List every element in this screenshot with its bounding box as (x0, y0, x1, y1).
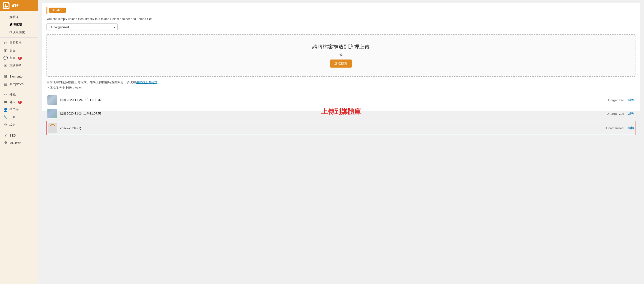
sidebar-item-mc4wp[interactable]: ⚙ MC4WP (0, 139, 38, 146)
seo-icon: Y (3, 134, 8, 137)
file-folder: Unorganized (606, 98, 624, 102)
sidebar-header[interactable]: 媒體 (0, 0, 38, 12)
settings-icon: ⚙ (3, 123, 8, 127)
sidebar-item-label: MC4WP (10, 141, 21, 144)
file-folder: Unorganized (606, 112, 624, 116)
file-list-container: 截圖 2020-11-24 上午11.03.32 Unorganized 編輯 … (46, 94, 636, 107)
main-content: DISMISS You can simply upload files dire… (38, 0, 644, 284)
file-name: 截圖 2020-11-24 上午11.03.32 (60, 98, 604, 102)
appearance-icon: ✏ (3, 92, 8, 97)
users-icon: 👤 (3, 108, 8, 112)
sidebar-item-media-library[interactable]: 媒體庫 (0, 13, 38, 21)
sidebar-item-label: 外觀 (10, 92, 16, 97)
templates-icon: ▤ (3, 82, 8, 86)
sidebar-item-elementor[interactable]: ⊟ Elementor (0, 72, 38, 80)
sidebar-item-label: 批次最佳化 (10, 30, 25, 34)
sidebar-item-label: 外掛 (10, 100, 16, 104)
file-name: check-circle (1) (60, 126, 603, 130)
dismiss-button[interactable]: DISMISS (49, 8, 66, 13)
plugins-badge: 2 (18, 101, 22, 104)
svg-point-1 (5, 4, 6, 6)
file-edit-link[interactable]: 編輯 (628, 126, 634, 130)
pages-icon: ▣ (3, 48, 8, 53)
sidebar: 媒體 媒體庫 新增媒體 批次最佳化 ✂ 圖片尺寸 ▣ 頁面 💬 留言 2 (0, 0, 38, 284)
sidebar-item-label: 聯絡表單 (10, 64, 22, 68)
sidebar-item-label: 媒體庫 (10, 15, 19, 19)
sidebar-item-tools[interactable]: 🔧 工具 (0, 114, 38, 121)
dismiss-bar: DISMISS (46, 7, 636, 14)
sidebar-item-label: 工具 (10, 115, 16, 120)
mc4wp-icon: ⚙ (3, 140, 8, 145)
file-size-limit: 上傳檔案大小上限: 256 MB (46, 86, 636, 90)
thumb-image (48, 109, 57, 118)
sidebar-item-add-new-media[interactable]: 新增媒體 (0, 21, 38, 28)
sidebar-item-pages[interactable]: ▣ 頁面 (0, 47, 38, 54)
status-text: 目前使用的是多檔案上傳程式。如果上傳檔案時遇到問題，請改用瀏覽器上傳程式。 (46, 80, 636, 84)
sidebar-item-users[interactable]: 👤 使用者 (0, 106, 38, 114)
contact-icon: ✉ (3, 64, 8, 68)
sidebar-divider-4 (0, 130, 38, 130)
drop-zone-text: 請將檔案拖放到這裡上傳 (312, 44, 370, 50)
folder-select[interactable]: / Unorganized / Other (46, 24, 118, 31)
file-edit-link[interactable]: 編輯 (628, 98, 634, 102)
file-thumbnail (48, 109, 57, 118)
plugins-icon: ✱ (3, 100, 8, 104)
comments-icon: 💬 (3, 56, 8, 60)
sidebar-item-appearance[interactable]: ✏ 外觀 (0, 91, 38, 98)
sidebar-title: 媒體 (12, 4, 18, 8)
file-row: 截圖 2020-11-24 上午11.03.32 Unorganized 編輯 (46, 94, 636, 107)
file-list: 截圖 2020-11-24 上午11.03.32 Unorganized 編輯 … (46, 94, 636, 135)
svg-rect-3 (4, 7, 7, 8)
sidebar-item-image-size[interactable]: ✂ 圖片尺寸 (0, 39, 38, 47)
sidebar-item-label: Templates (10, 82, 24, 86)
file-row-uploading: check-circle (1) Unorganized 編輯 (46, 121, 636, 135)
file-folder: Unorganized (606, 126, 624, 130)
sidebar-item-label: 設定 (10, 123, 16, 127)
sidebar-item-label: 留言 (10, 56, 16, 60)
sidebar-item-label: 新增媒體 (10, 22, 22, 27)
upload-description: You can simply upload files directly to … (46, 17, 636, 20)
drop-zone-or: 或 (339, 53, 343, 57)
browser-upload-link[interactable]: 瀏覽器上傳程式 (136, 80, 158, 84)
file-thumbnail-uploading (48, 123, 58, 133)
tools-icon: 🔧 (3, 115, 8, 120)
sidebar-divider-1 (0, 38, 38, 38)
upload-spinner (49, 124, 56, 132)
sidebar-item-label: Elementor (10, 75, 24, 78)
sidebar-item-seo[interactable]: Y SEO (0, 132, 38, 139)
sidebar-item-label: 頁面 (10, 48, 16, 53)
svg-rect-2 (4, 6, 8, 7)
file-name: 截圖 2020-11-24 上午11.07.53 (60, 112, 604, 116)
elementor-icon: ⊟ (3, 74, 8, 78)
comments-badge: 2 (18, 57, 22, 60)
folder-select-container: / Unorganized / Other (46, 24, 118, 31)
sidebar-nav: 媒體庫 新增媒體 批次最佳化 ✂ 圖片尺寸 ▣ 頁面 💬 留言 2 ✉ 聯絡表單 (0, 12, 38, 148)
sidebar-item-settings[interactable]: ⚙ 設定 (0, 121, 38, 129)
content-area: DISMISS You can simply upload files dire… (42, 3, 640, 111)
sidebar-item-templates[interactable]: ▤ Templates (0, 80, 38, 88)
file-thumbnail (48, 95, 57, 105)
folder-select-wrap: / Unorganized / Other (46, 24, 636, 31)
sidebar-item-comments[interactable]: 💬 留言 2 (0, 54, 38, 62)
sidebar-item-contact[interactable]: ✉ 聯絡表單 (0, 62, 38, 70)
file-edit-link[interactable]: 編輯 (628, 112, 634, 116)
select-files-button[interactable]: 選取檔案 (330, 60, 352, 68)
drop-zone[interactable]: 請將檔案拖放到這裡上傳 或 選取檔案 (46, 34, 636, 77)
thumb-image (48, 95, 57, 105)
sidebar-item-batch-optimize[interactable]: 批次最佳化 (0, 28, 38, 36)
sidebar-item-label: 圖片尺寸 (10, 41, 22, 45)
sidebar-item-label: 使用者 (10, 108, 19, 112)
scissors-icon: ✂ (3, 41, 8, 45)
sidebar-logo (3, 2, 10, 9)
sidebar-item-label: SEO (10, 134, 16, 137)
sidebar-item-plugins[interactable]: ✱ 外掛 2 (0, 98, 38, 106)
status-message-text: 目前使用的是多檔案上傳程式。如果上傳檔案時遇到問題，請改用 (46, 80, 136, 84)
file-row: 截圖 2020-11-24 上午11.07.53 Unorganized 編輯 (46, 107, 636, 120)
